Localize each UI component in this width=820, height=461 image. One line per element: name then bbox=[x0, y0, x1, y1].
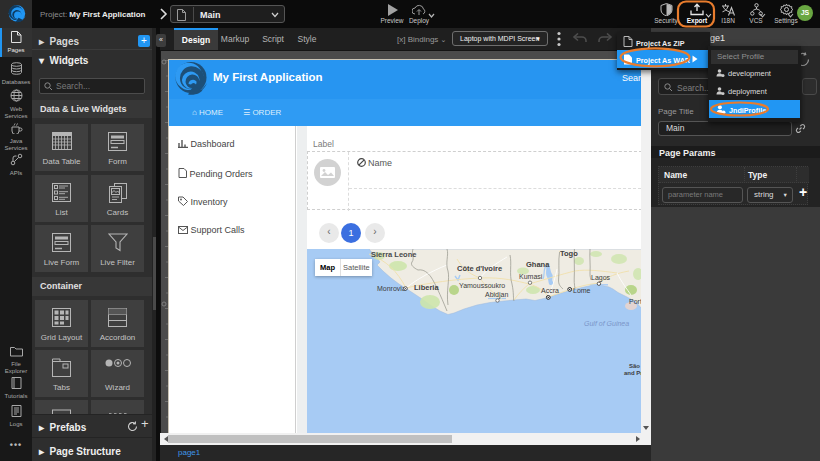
svg-text:Côte d'Ivoire: Côte d'Ivoire bbox=[457, 264, 502, 273]
svg-text:Lome: Lome bbox=[573, 287, 591, 294]
svg-text:Lagos: Lagos bbox=[591, 274, 611, 282]
svg-text:and Pr: and Pr bbox=[624, 370, 641, 376]
svg-text:Yamoussoukro: Yamoussoukro bbox=[459, 282, 505, 289]
svg-text:Monrovia: Monrovia bbox=[377, 285, 406, 292]
svg-text:Port: Port bbox=[629, 298, 641, 305]
svg-text:São: São bbox=[629, 363, 640, 369]
svg-text:Kumasi: Kumasi bbox=[519, 273, 543, 280]
svg-text:Abidjan: Abidjan bbox=[485, 291, 508, 299]
svg-text:Togo: Togo bbox=[560, 249, 578, 258]
svg-text:Liberia: Liberia bbox=[414, 283, 439, 292]
svg-text:Ghana: Ghana bbox=[526, 260, 550, 269]
svg-text:Accra: Accra bbox=[541, 287, 559, 294]
svg-text:Sierra Leone: Sierra Leone bbox=[371, 250, 416, 259]
svg-text:Gulf of Guinea: Gulf of Guinea bbox=[584, 320, 629, 327]
